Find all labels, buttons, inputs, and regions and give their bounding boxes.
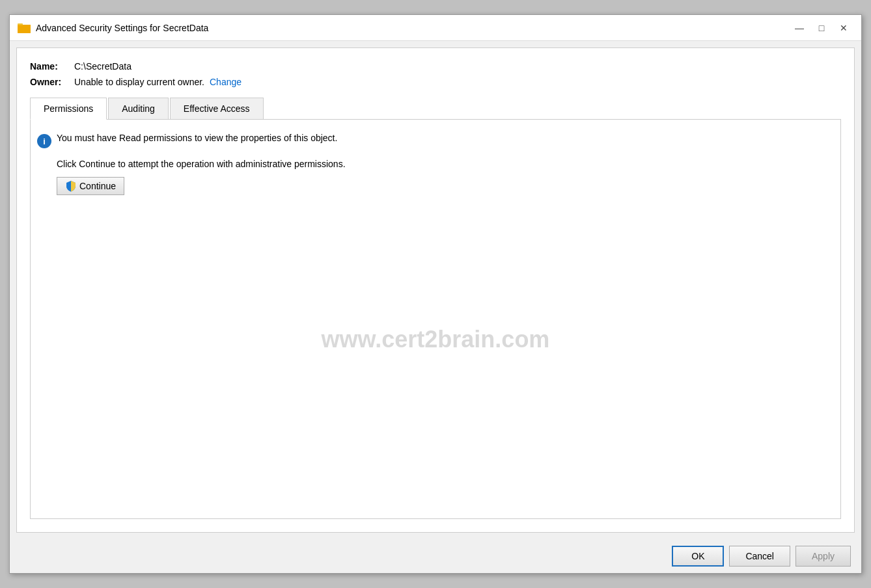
tab-content-permissions: i You must have Read permissions to view…: [30, 120, 841, 519]
change-owner-link[interactable]: Change: [210, 77, 242, 87]
owner-row: Owner: Unable to display current owner. …: [30, 77, 841, 87]
tab-content-wrapper: i You must have Read permissions to view…: [30, 120, 841, 519]
footer: OK Cancel Apply: [10, 539, 861, 573]
info-section: Name: C:\SecretData Owner: Unable to dis…: [30, 61, 841, 87]
tabs-container: Permissions Auditing Effective Access: [30, 98, 841, 120]
info-message: i You must have Read permissions to view…: [37, 133, 834, 148]
info-icon: i: [37, 134, 51, 148]
uac-shield-icon: [65, 180, 77, 192]
info-message-text: You must have Read permissions to view t…: [57, 133, 337, 143]
continue-button-label: Continue: [79, 181, 116, 191]
title-bar: Advanced Security Settings for SecretDat…: [10, 15, 861, 41]
continue-section: Click Continue to attempt the operation …: [37, 159, 834, 195]
maximize-button[interactable]: □: [812, 21, 831, 35]
svg-rect-2: [18, 25, 31, 33]
name-value: C:\SecretData: [74, 61, 131, 72]
title-buttons: — □ ✕: [790, 21, 853, 35]
ok-button[interactable]: OK: [672, 546, 724, 567]
tab-permissions[interactable]: Permissions: [30, 98, 107, 120]
tab-auditing[interactable]: Auditing: [108, 98, 169, 119]
cancel-button[interactable]: Cancel: [729, 546, 790, 567]
continue-button[interactable]: Continue: [57, 177, 124, 195]
window-title: Advanced Security Settings for SecretDat…: [36, 23, 208, 33]
title-bar-left: Advanced Security Settings for SecretDat…: [18, 21, 208, 34]
owner-label: Owner:: [30, 77, 69, 87]
main-content: Name: C:\SecretData Owner: Unable to dis…: [16, 47, 855, 533]
close-button[interactable]: ✕: [834, 21, 853, 35]
folder-icon: [18, 21, 31, 34]
owner-value: Unable to display current owner.: [74, 77, 204, 87]
name-label: Name:: [30, 61, 69, 72]
name-row: Name: C:\SecretData: [30, 61, 841, 72]
continue-text: Click Continue to attempt the operation …: [57, 159, 834, 169]
main-window: Advanced Security Settings for SecretDat…: [9, 14, 862, 574]
tab-effective-access[interactable]: Effective Access: [170, 98, 264, 119]
apply-button[interactable]: Apply: [795, 546, 851, 567]
minimize-button[interactable]: —: [790, 21, 809, 35]
